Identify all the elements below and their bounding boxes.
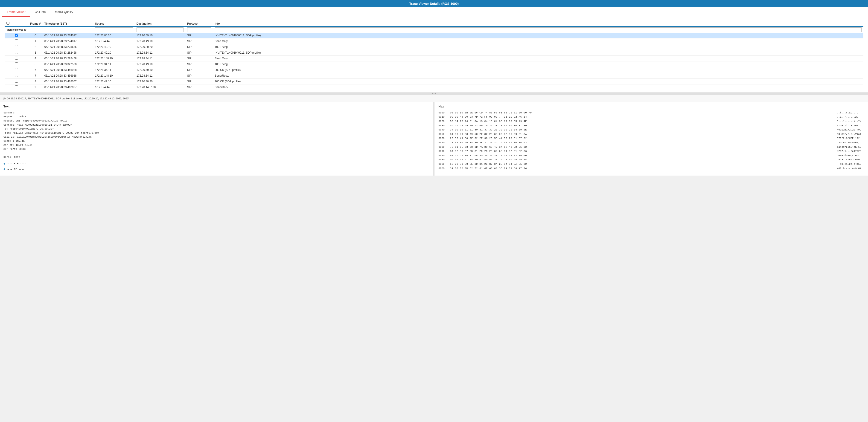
hex-offset-2: 0020	[439, 120, 447, 124]
filter-cell-source[interactable]	[93, 27, 135, 33]
col-header-timestamp[interactable]: Timestamp (EST)	[42, 21, 93, 27]
row-checkbox-cell[interactable]	[5, 85, 28, 90]
row-checkbox-cell[interactable]	[5, 67, 28, 73]
row-checkbox-7[interactable]	[15, 74, 18, 77]
table-row[interactable]: 8 05/14/21 20:28:33:462067 172.20.49.10 …	[5, 79, 863, 85]
col-header-source: Source	[93, 21, 135, 27]
row-checkbox-8[interactable]	[15, 79, 18, 83]
row-checkbox-cell[interactable]	[5, 56, 28, 61]
hex-bytes-0: 08 00 10 6B 2E E6 CD 74 8E F8 61 63 C1 8…	[450, 111, 834, 115]
detail-content: Text Summary: Request: Invite Request UR…	[0, 102, 868, 175]
hex-ascii-13: 402;branch=z9hG4	[837, 167, 865, 171]
row-info-9: Send/Recv.	[213, 85, 863, 90]
hex-bytes-2: 50 14 AC 14 31 0A 13 C4 13 C4 03 69 C3 D…	[450, 120, 834, 124]
row-checkbox-cell[interactable]	[5, 50, 28, 56]
row-checkbox-2[interactable]	[15, 45, 18, 48]
dest-filter-input[interactable]	[136, 27, 184, 32]
row-dest-0: 172.20.49.10	[135, 33, 185, 38]
col-header-frame: Frame #	[28, 21, 42, 27]
hex-ascii-11: .Via: SIP/2.0/UD	[837, 158, 865, 162]
row-timestamp-1: 05/14/21 20:28:33:274017	[42, 38, 93, 44]
row-checkbox-3[interactable]	[15, 51, 18, 54]
row-timestamp-0: 05/14/21 20:28:33:274017	[42, 33, 93, 38]
tree-toggle-eth[interactable]: ⊕	[3, 161, 5, 166]
table-row[interactable]: 6 05/14/21 20:28:33:456988 172.28.34.11 …	[5, 67, 863, 73]
row-protocol-8: SIP	[185, 79, 213, 85]
row-frame-0: 0	[28, 33, 42, 38]
row-source-7: 172.20.148.10	[93, 73, 135, 79]
hex-row: 00B0 0A 56 69 61 3A 20 53 49 50 2F 32 2E…	[439, 158, 865, 162]
row-dest-5: 172.20.49.10	[135, 61, 185, 67]
resize-dot-3	[435, 93, 436, 94]
col-header-info: Info	[213, 21, 863, 27]
row-protocol-5: SIP	[185, 61, 213, 67]
filter-cell-info[interactable]	[213, 27, 863, 33]
row-checkbox-cell[interactable]	[5, 44, 28, 50]
select-all-checkbox[interactable]	[6, 22, 9, 25]
row-info-3: INVITE (To:4001940011, SDP profile)	[213, 50, 863, 56]
hex-offset-11: 00B0	[439, 158, 447, 162]
hex-bytes-7: 2E 32 30 2E 38 30 2E 32 30 3A 35 30 36 3…	[450, 141, 834, 145]
row-checkbox-6[interactable]	[15, 68, 18, 71]
row-dest-6: 172.20.49.10	[135, 67, 185, 73]
resize-dot-1	[432, 93, 433, 94]
hex-ascii-0: ..k...t.ac.....	[837, 111, 865, 115]
table-row[interactable]: 5 05/14/21 20:28:33:327508 172.28.34.11 …	[5, 61, 863, 67]
hex-ascii-12: P 10.21.24.44:52	[837, 162, 865, 166]
row-info-1: Send Only	[213, 38, 863, 44]
row-checkbox-cell[interactable]	[5, 33, 28, 38]
hex-row: 0090 34 32 38 37 2D 31 2D 2D 2D 32 65 31…	[439, 149, 865, 154]
row-checkbox-9[interactable]	[15, 85, 18, 88]
row-frame-1: 1	[28, 38, 42, 44]
table-row[interactable]: 4 05/14/21 20:28:33:282458 172.20.148.10…	[5, 56, 863, 61]
row-checkbox-4[interactable]	[15, 57, 18, 60]
row-source-2: 172.20.49.10	[93, 44, 135, 50]
hex-row: 00D0 34 30 32 3B 62 72 61 6E 63 68 3D 7A…	[439, 167, 865, 171]
hex-bytes-10: 62 65 65 34 31 64 35 34 39 3B 72 70 6F 7…	[450, 154, 834, 158]
hex-bytes-4: 34 30 30 31 31 40 31 37 32 2E 32 30 2E 3…	[450, 128, 834, 132]
hex-ascii-10: bee41d549;rport.	[837, 154, 865, 158]
tab-call-info[interactable]: Call Info	[30, 7, 51, 17]
row-checkbox-cell[interactable]	[5, 79, 28, 85]
hex-ascii-2: P...1......i..IN	[837, 120, 865, 124]
row-checkbox-cell[interactable]	[5, 61, 28, 67]
tabs-bar: Frame Viewer Call Info Media Quality	[0, 7, 868, 17]
tab-media-quality[interactable]: Media Quality	[50, 7, 78, 17]
hex-offset-8: 0080	[439, 145, 447, 149]
hex-panel: Hex 0000 08 00 10 6B 2E E6 CD 74 8E F8 6…	[435, 102, 868, 175]
tree-toggle-ip[interactable]: ⊕	[3, 167, 5, 172]
row-checkbox-cell[interactable]	[5, 38, 28, 44]
filter-cell-protocol[interactable]	[185, 27, 213, 33]
row-source-5: 172.28.34.11	[93, 61, 135, 67]
row-info-0: INVITE (To:4001940011, SDP profile)	[213, 33, 863, 38]
table-row[interactable]: 7 05/14/21 20:28:33:456988 172.20.148.10…	[5, 73, 863, 79]
row-checkbox-1[interactable]	[15, 39, 18, 42]
row-checkbox-cell[interactable]	[5, 73, 28, 79]
row-checkbox-0[interactable]	[15, 34, 18, 37]
hex-ascii-4: 40011@172.20.49.	[837, 128, 865, 132]
row-info-8: 200 OK (SDP profile)	[213, 79, 863, 85]
table-row[interactable]: 9 05/14/21 20:28:33:462067 10.21.24.44 1…	[5, 85, 863, 90]
hex-offset-5: 0050	[439, 132, 447, 136]
table-row[interactable]: 3 05/14/21 20:28:33:282458 172.20.49.10 …	[5, 50, 863, 56]
table-row[interactable]: 1 05/14/21 20:28:33:274017 10.21.24.44 1…	[5, 38, 863, 44]
tree-label-ip: ---- IP ----	[6, 167, 24, 172]
filter-cell-destination[interactable]	[135, 27, 185, 33]
source-filter-input[interactable]	[95, 27, 133, 32]
hex-row: 0040 34 30 30 31 31 40 31 37 32 2E 32 30…	[439, 128, 865, 132]
tab-frame-viewer[interactable]: Frame Viewer	[2, 7, 30, 17]
hex-row: 0000 08 00 10 6B 2E E6 CD 74 8E F8 61 63…	[439, 111, 865, 115]
hex-offset-6: 0060	[439, 136, 447, 140]
hex-bytes-11: 0A 56 69 61 3A 20 53 49 50 2F 32 2E 30 2…	[450, 158, 834, 162]
row-source-8: 172.20.49.10	[93, 79, 135, 85]
info-filter-input[interactable]	[215, 27, 862, 32]
hex-bytes-12: 50 20 31 30 2E 32 31 2E 32 34 2E 34 34 3…	[450, 162, 834, 166]
table-row[interactable]: 2 05/14/21 20:28:33:275636 172.20.49.10 …	[5, 44, 863, 50]
table-header-row: Frame # Timestamp (EST) Source Destinati…	[5, 21, 863, 27]
protocol-filter-input[interactable]	[187, 27, 211, 32]
table-row[interactable]: 0 05/14/21 20:28:33:274017 172.20.80.20 …	[5, 33, 863, 38]
row-checkbox-5[interactable]	[15, 62, 18, 65]
resize-handle[interactable]	[0, 93, 868, 95]
detail-header: [0, 00:28:33:274017, INVITE (To:40019400…	[0, 95, 868, 102]
text-panel-scrollbar[interactable]	[433, 102, 435, 175]
